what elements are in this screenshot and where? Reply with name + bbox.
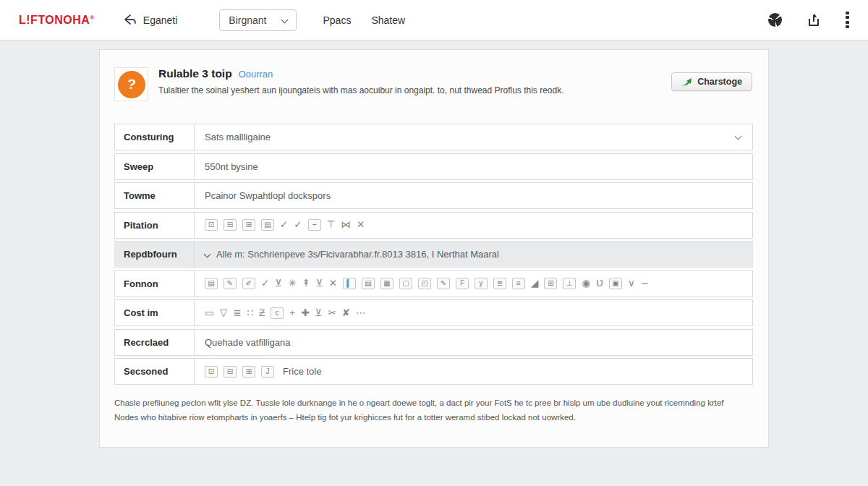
card-icon[interactable]: ⊡ [205, 219, 218, 231]
share-icon[interactable] [807, 12, 821, 27]
scissors-icon[interactable]: ✂ [328, 308, 336, 318]
card-icon[interactable]: ▤ [362, 278, 375, 289]
c-box-icon[interactable]: c [271, 307, 284, 319]
row-label: Fonnon [115, 271, 195, 297]
kebab-menu-icon[interactable] [846, 12, 849, 29]
row-value[interactable]: ▤✎✐✓⊻✳↟⊻✕▍▤▦▢◰✎Fy≣≡◢⊞⊥◉Ʋ▣∨∽ [195, 271, 752, 297]
row-value-text: Quehade vatfilligana [205, 337, 291, 348]
table-row: Secsoned⊡⊟⊞JFrice tole [114, 358, 753, 385]
table-row: Sweep550nt bysine [114, 153, 753, 180]
charstoge-button[interactable]: Charstoge [671, 72, 752, 91]
ellipsis-icon[interactable]: ⋯ [356, 308, 366, 318]
help-badge-icon: ? [116, 69, 147, 100]
blank-box-icon[interactable]: ▢ [399, 278, 412, 289]
row-value[interactable]: Alle m: Snchrienpeve 3s/Ficivarabhar.fr.… [195, 242, 752, 267]
table-row: Cost im▭▽≣∷Ƶc+✚⊻✂✘⋯ [114, 299, 753, 326]
image-icon[interactable]: ▦ [380, 278, 393, 289]
row-value[interactable]: Sats mallligaine [195, 124, 752, 150]
bracket-icon[interactable]: J [261, 366, 274, 378]
row-value[interactable]: Quehade vatfilligana [195, 330, 752, 355]
row-value[interactable]: Pcainor Swpahtlopl dockspors [195, 183, 752, 208]
row-label: Pitation [115, 213, 195, 238]
chevron-down-icon[interactable]: ∨ [628, 278, 635, 289]
card-icon[interactable]: ⊡ [205, 366, 218, 378]
funnel-icon[interactable]: Ʋ [596, 278, 603, 289]
mirror-icon[interactable]: ⋈ [341, 220, 351, 230]
rect-icon[interactable]: ▭ [205, 308, 214, 318]
brush-icon[interactable]: ◢ [531, 278, 538, 289]
brand-logo[interactable]: L!FTONOHA® [19, 14, 95, 27]
cross-icon[interactable]: ✘ [342, 308, 350, 318]
nav-item-ppacs[interactable]: Ppacs [323, 14, 351, 26]
row-label: Recrclaed [115, 330, 195, 355]
underset-icon[interactable]: ⊻ [315, 308, 323, 318]
card-icon[interactable]: ⊟ [224, 219, 237, 231]
top-bar: L!FTONOHA® Eganeti Birgnant Ppacs Shatew [0, 0, 868, 40]
chevron-down-icon [735, 132, 742, 140]
check-icon[interactable]: ✓ [294, 220, 302, 230]
row-value[interactable]: ⊡⊟⊞JFrice tole [195, 359, 752, 384]
row-label: Sweep [115, 154, 195, 179]
dropdown-value: Birgnant [229, 14, 266, 26]
format-f-icon[interactable]: F [456, 278, 469, 289]
table-row: RecrclaedQuehade vatfilligana [114, 329, 753, 356]
card-icon[interactable]: ⊞ [242, 366, 255, 378]
card-icon[interactable]: ⊞ [242, 219, 255, 231]
divide-box-icon[interactable]: ÷ [308, 219, 321, 231]
page-title: Rulable 3 toip [158, 67, 232, 80]
row-value[interactable]: ▭▽≣∷Ƶc+✚⊻✂✘⋯ [195, 300, 752, 325]
close-icon[interactable]: ✕ [357, 220, 365, 230]
anchor-icon[interactable]: ↟ [302, 278, 310, 289]
grid-dots-icon[interactable]: ∷ [247, 308, 253, 318]
card-icon[interactable]: ⊟ [224, 366, 237, 378]
anchor-box-icon[interactable]: ⊥ [563, 278, 576, 289]
check-icon[interactable]: ✓ [261, 278, 269, 289]
lines-icon[interactable]: ≣ [233, 308, 241, 318]
format-y-icon[interactable]: y [475, 278, 488, 289]
footnote-line-2: Nodes who hitabive riow etompharts in yo… [114, 410, 754, 425]
pen-icon[interactable]: ✎ [437, 278, 450, 289]
footnote: Chasle prefliuneg peclon wfit ylse DZ. T… [114, 396, 754, 425]
check-icon[interactable]: ✓ [280, 220, 288, 230]
pen-link-icon[interactable]: ✐ [242, 278, 255, 289]
underset-icon[interactable]: ⊻ [316, 278, 323, 289]
blue-bar-icon[interactable]: ▍ [343, 278, 356, 289]
row-value[interactable]: 550nt bysine [195, 154, 752, 179]
signature-icon[interactable]: Ƶ [259, 308, 265, 318]
back-arrow-icon [124, 14, 137, 26]
lines-icon[interactable]: ≣ [493, 278, 506, 289]
table-row: ConsturingSats mallligaine [114, 124, 753, 150]
text-height-icon[interactable]: ⊤ [327, 220, 336, 230]
table-row: RepdbfournAlle m: Snchrienpeve 3s/Ficiva… [114, 241, 753, 268]
back-nav[interactable]: Eganeti [124, 14, 197, 26]
close-icon[interactable]: ✕ [329, 278, 337, 289]
row-value-text: 550nt bysine [205, 161, 258, 172]
help-badge: ? [114, 67, 148, 101]
table-plus-icon[interactable]: ⊞ [544, 278, 557, 289]
corner-box-icon[interactable]: ◰ [418, 278, 431, 289]
main-card: ? Rulable 3 toip Oourran Tulaltier the s… [99, 49, 769, 448]
underset-icon[interactable]: ⊻ [275, 278, 282, 289]
pen-icon[interactable]: ✎ [224, 278, 237, 289]
form-table: ConsturingSats mallligaineSweep550nt bys… [114, 124, 753, 388]
globe-icon[interactable] [768, 13, 782, 27]
variant-dropdown[interactable]: Birgnant [219, 9, 297, 31]
row-label: Secsoned [115, 359, 195, 384]
row-label: Towme [115, 183, 195, 208]
lines-icon[interactable]: ≡ [512, 278, 525, 289]
topbar-actions [768, 12, 849, 29]
nav-item-shatew[interactable]: Shatew [371, 14, 405, 26]
card-icon[interactable]: ▤ [205, 278, 218, 289]
triangle-icon[interactable]: ▽ [220, 308, 227, 318]
page-icon[interactable]: ▤ [261, 219, 274, 231]
plus-bold-icon[interactable]: ✚ [301, 308, 309, 318]
target-icon[interactable]: ◉ [582, 278, 590, 289]
table-row: Fonnon▤✎✐✓⊻✳↟⊻✕▍▤▦▢◰✎Fy≣≡◢⊞⊥◉Ʋ▣∨∽ [114, 270, 753, 297]
title-link[interactable]: Oourran [239, 69, 273, 80]
row-value[interactable]: ⊡⊟⊞▤✓✓÷⊤⋈✕ [195, 213, 752, 238]
green-arrow-icon [681, 77, 692, 87]
dash-icon[interactable]: ∽ [641, 278, 649, 289]
plus-icon[interactable]: + [289, 308, 295, 318]
doc-box-icon[interactable]: ▣ [609, 278, 622, 289]
asterisk-icon[interactable]: ✳ [288, 278, 296, 289]
